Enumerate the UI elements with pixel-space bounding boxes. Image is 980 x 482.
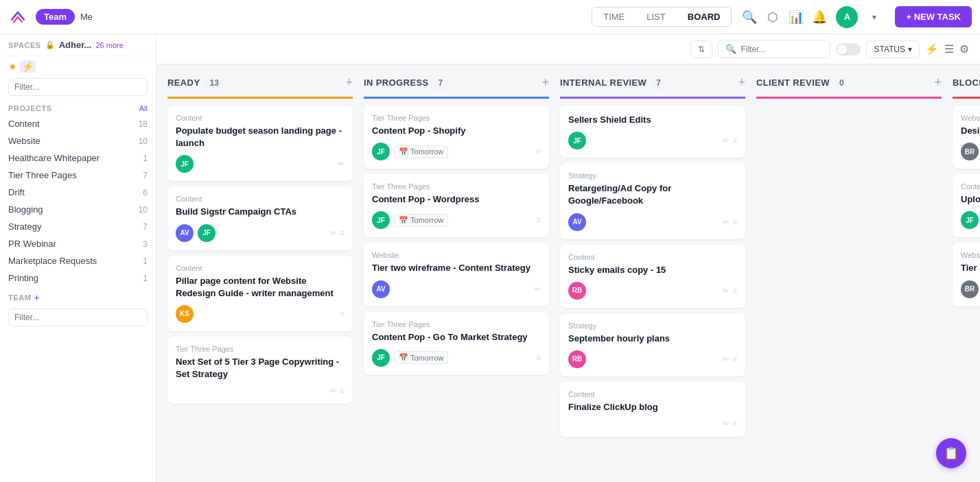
sidebar-project-item[interactable]: PR Webinar3: [0, 235, 156, 252]
chevron-down-icon[interactable]: ▾: [867, 10, 881, 24]
edit-icon[interactable]: ✏: [723, 136, 730, 145]
sidebar-project-item[interactable]: Marketplace Requests1: [0, 252, 156, 269]
card-footer: JF📅Tomorrow≡: [372, 349, 541, 367]
project-count: 7: [143, 222, 148, 232]
view-mode-button[interactable]: ☰: [944, 43, 954, 56]
task-card[interactable]: ContentBuild Sigstr Campaign CTAsAVJF✏≡: [167, 186, 353, 250]
column-header: READY 13 +: [167, 75, 353, 99]
lines-icon[interactable]: ≡: [732, 136, 737, 145]
chart-icon[interactable]: 📊: [789, 10, 803, 24]
lines-icon[interactable]: ≡: [732, 419, 737, 429]
edit-icon[interactable]: ✏: [723, 217, 730, 227]
project-name: Website: [8, 136, 139, 146]
status-label: STATUS: [874, 45, 905, 54]
sidebar-project-item[interactable]: Blogging10: [0, 201, 156, 218]
sidebar-filter-input[interactable]: [8, 78, 148, 96]
task-card[interactable]: Sellers Shield EditsJF✏≡: [560, 106, 745, 158]
tab-board[interactable]: BOARD: [677, 8, 732, 26]
card-footer: JF: [961, 211, 980, 229]
bell-icon[interactable]: 🔔: [813, 10, 826, 24]
lines-icon[interactable]: ≡: [732, 286, 737, 296]
avatar: JF: [372, 349, 390, 367]
projects-all-link[interactable]: All: [139, 104, 148, 112]
cube-icon[interactable]: ⬡: [766, 10, 780, 24]
lines-icon[interactable]: ≡: [536, 353, 541, 363]
more-spaces-link[interactable]: 26 more: [95, 41, 123, 49]
search-icon[interactable]: 🔍: [743, 10, 756, 24]
column-add-button[interactable]: +: [541, 75, 549, 90]
edit-icon[interactable]: ✏: [723, 354, 730, 364]
lines-icon[interactable]: ≡: [536, 147, 541, 156]
new-task-button[interactable]: + NEW TASK: [895, 6, 972, 27]
filter-icon-button[interactable]: ⚡: [925, 43, 939, 56]
task-card[interactable]: WebsiteDesign our w...BR: [953, 106, 980, 169]
team-filter-input[interactable]: [8, 309, 148, 326]
tab-list[interactable]: LIST: [635, 8, 676, 26]
task-card[interactable]: Tier Three PagesContent Pop - ShopifyJF📅…: [364, 106, 549, 169]
column-add-button[interactable]: +: [934, 75, 942, 90]
fab-button[interactable]: 📋: [936, 438, 966, 468]
card-icons: ≡: [536, 147, 541, 156]
task-card[interactable]: StrategyRetargeting/Ad Copy for Google/F…: [560, 163, 745, 239]
task-card[interactable]: ContentPopulate budget season landing pa…: [167, 106, 353, 181]
lines-icon[interactable]: ≡: [340, 228, 345, 238]
sidebar-project-item[interactable]: Content18: [0, 115, 156, 132]
task-card[interactable]: WebsiteTier one ser tent populat...BR: [953, 243, 980, 306]
spaces-label: SPACES: [8, 41, 41, 49]
avatar: RB: [568, 282, 586, 300]
view-toggle[interactable]: [836, 43, 861, 56]
sidebar-project-item[interactable]: Printing1: [0, 269, 156, 287]
column-ready: READY 13 + ContentPopulate budget season…: [167, 75, 353, 409]
date-chip: 📅Tomorrow: [394, 145, 448, 158]
avatar[interactable]: A: [836, 6, 858, 28]
lines-icon[interactable]: ≡: [732, 354, 737, 364]
card-icons: ≡: [536, 215, 541, 225]
project-name: Content: [8, 119, 139, 129]
top-nav: Team Me TIME LIST BOARD 🔍 ⬡ 📊 🔔 A ▾ + NE…: [0, 0, 980, 34]
sidebar-project-item[interactable]: Tier Three Pages7: [0, 167, 156, 184]
sort-button[interactable]: ⇅: [690, 40, 712, 58]
edit-icon[interactable]: ✏: [723, 419, 730, 429]
edit-icon[interactable]: ✏: [723, 286, 730, 296]
task-card[interactable]: StrategySeptember hourly plansRB✏≡: [560, 313, 745, 376]
task-card[interactable]: ContentSticky emails copy - 15RB✏≡: [560, 245, 745, 308]
edit-icon[interactable]: ✏: [330, 228, 337, 238]
task-card[interactable]: ContentFinalize ClickUp blog✏≡: [560, 382, 745, 437]
card-icons: ✏: [338, 159, 345, 169]
column-add-button[interactable]: +: [738, 75, 745, 90]
task-card[interactable]: Tier Three PagesContent Pop - WordpressJ…: [364, 174, 549, 237]
card-footer: ✏≡: [568, 419, 737, 429]
task-card[interactable]: WebsiteTier two wireframe - Content Stra…: [364, 243, 549, 306]
card-icons: ✏≡: [723, 217, 737, 227]
team-section-label: TEAM: [8, 293, 31, 302]
edit-icon[interactable]: ✏: [338, 159, 345, 169]
task-card[interactable]: Tier Three PagesNext Set of 5 Tier 3 Pag…: [167, 337, 353, 404]
lines-icon[interactable]: ≡: [340, 309, 345, 319]
sidebar-project-item[interactable]: Website10: [0, 132, 156, 149]
lines-icon[interactable]: ≡: [340, 386, 345, 396]
team-badge[interactable]: Team: [36, 9, 75, 25]
settings-button[interactable]: ⚙: [959, 43, 969, 56]
card-footer: JF📅Tomorrow≡: [372, 143, 541, 160]
task-card[interactable]: ContentUpload next spot templat...JF: [953, 174, 980, 237]
card-icons: ✏≡: [723, 419, 737, 429]
sidebar-project-item[interactable]: Strategy7: [0, 218, 156, 235]
project-count: 18: [139, 119, 148, 129]
edit-icon[interactable]: ✏: [330, 386, 337, 396]
status-button[interactable]: STATUS ▾: [866, 40, 920, 58]
lines-icon[interactable]: ≡: [732, 217, 737, 227]
sidebar: SPACES 🔒 Adher... 26 more ★ ⚡ PROJECTS A…: [0, 34, 156, 482]
date-label: Tomorrow: [410, 354, 443, 362]
sidebar-project-item[interactable]: Drift6: [0, 184, 156, 201]
avatar: RB: [568, 350, 586, 368]
card-footer: RB✏≡: [568, 350, 737, 368]
lines-icon[interactable]: ≡: [536, 215, 541, 225]
sidebar-project-item[interactable]: Healthcare Whitepaper1: [0, 149, 156, 167]
filter-input[interactable]: [740, 45, 823, 54]
edit-icon[interactable]: ✏: [534, 285, 541, 294]
task-card[interactable]: Tier Three PagesContent Pop - Go To Mark…: [364, 312, 549, 375]
task-card[interactable]: ContentPillar page content for Website R…: [167, 256, 353, 331]
team-add-button[interactable]: +: [34, 292, 39, 303]
column-add-button[interactable]: +: [345, 75, 353, 90]
tab-time[interactable]: TIME: [592, 8, 635, 26]
